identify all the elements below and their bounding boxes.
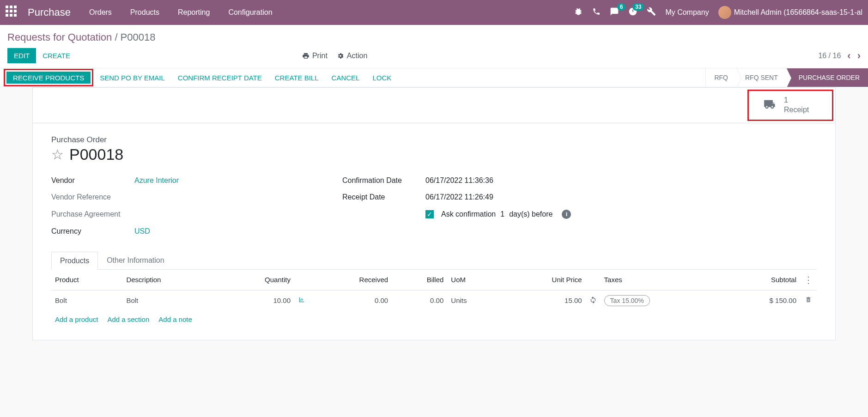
breadcrumb-parent[interactable]: Requests for Quotation — [7, 31, 112, 43]
info-icon[interactable]: i — [562, 210, 571, 219]
main-menu: Orders Products Reporting Configuration — [89, 8, 273, 17]
avatar — [718, 6, 731, 19]
cell-quantity: 10.00 — [219, 290, 294, 311]
stage-rfq-sent[interactable]: RFQ Sent — [736, 68, 786, 87]
add-note-link[interactable]: Add a note — [158, 315, 192, 323]
user-menu[interactable]: Mitchell Admin (16566864-saas-15-1-al — [718, 6, 862, 19]
ask-confirmation-checkbox[interactable]: ✓ — [425, 210, 434, 218]
cell-received: 0.00 — [309, 290, 392, 311]
th-description: Description — [122, 270, 219, 290]
th-unit-price: Unit Price — [500, 270, 586, 290]
send-po-button[interactable]: Send PO by Email — [93, 68, 171, 87]
breadcrumb: Requests for Quotation / P00018 — [7, 31, 861, 43]
bug-icon[interactable] — [574, 7, 583, 18]
lock-button[interactable]: Lock — [366, 68, 398, 87]
vendor-label: Vendor — [51, 176, 134, 185]
activity-badge: 33 — [632, 3, 644, 11]
refresh-price-icon[interactable] — [589, 297, 597, 305]
column-menu-icon[interactable]: ⋮ — [804, 275, 813, 285]
messaging-badge: 6 — [617, 3, 626, 11]
th-uom: UoM — [447, 270, 500, 290]
confirm-receipt-date-button[interactable]: Confirm Receipt Date — [171, 68, 268, 87]
priority-star[interactable]: ☆ — [51, 146, 64, 163]
receipt-date-label: Receipt Date — [342, 193, 425, 201]
receipt-date-value: 06/17/2022 11:26:49 — [425, 193, 493, 201]
add-section-link[interactable]: Add a section — [107, 315, 149, 323]
doc-type-label: Purchase Order — [51, 135, 817, 145]
cell-unit-price: 15.00 — [500, 290, 586, 311]
receipt-smart-button[interactable]: 1 Receipt — [749, 91, 832, 120]
ask-confirmation-days: 1 — [500, 210, 504, 218]
action-button[interactable]: Action — [337, 52, 367, 60]
create-button[interactable]: Create — [36, 48, 77, 63]
vendor-link[interactable]: Azure Interior — [134, 176, 179, 184]
edit-button[interactable]: Edit — [7, 48, 36, 63]
th-quantity: Quantity — [219, 270, 294, 290]
truck-icon — [763, 98, 777, 112]
purchase-agreement-label: Purchase Agreement — [51, 210, 134, 218]
table-row[interactable]: Bolt Bolt 10.00 0.00 0.00 Units 15.00 — [51, 290, 817, 311]
app-brand[interactable]: Purchase — [28, 6, 71, 18]
currency-link[interactable]: USD — [134, 227, 150, 235]
phone-icon[interactable] — [592, 7, 601, 18]
th-product: Product — [51, 270, 122, 290]
create-bill-button[interactable]: Create Bill — [268, 68, 325, 87]
ask-confirmation-label-a: Ask confirmation — [441, 210, 496, 218]
menu-products[interactable]: Products — [130, 8, 159, 17]
menu-configuration[interactable]: Configuration — [228, 8, 272, 17]
pager-count: 16 / 16 — [818, 52, 841, 60]
doc-title: P00018 — [69, 145, 123, 163]
th-taxes: Taxes — [601, 270, 722, 290]
menu-orders[interactable]: Orders — [89, 8, 112, 17]
pager-next[interactable]: › — [857, 50, 861, 62]
currency-label: Currency — [51, 227, 134, 236]
tools-icon[interactable] — [647, 7, 656, 18]
confirmation-date-value: 06/17/2022 11:36:36 — [425, 176, 493, 185]
activity-icon[interactable]: 33 — [628, 7, 637, 18]
ask-confirmation-label-b: day(s) before — [509, 210, 552, 218]
th-subtotal: Subtotal — [722, 270, 800, 290]
receipt-label: Receipt — [784, 105, 809, 115]
cell-billed: 0.00 — [392, 290, 447, 311]
th-billed: Billed — [392, 270, 447, 290]
receive-products-button[interactable]: Receive Products — [6, 72, 91, 84]
tab-other-information[interactable]: Other Information — [98, 251, 173, 269]
cancel-button[interactable]: Cancel — [325, 68, 366, 87]
cell-product: Bolt — [51, 290, 122, 311]
receipt-count: 1 — [784, 96, 809, 105]
pager-prev[interactable]: ‹ — [847, 50, 850, 62]
gear-icon — [337, 52, 344, 60]
tab-products[interactable]: Products — [51, 252, 98, 270]
cell-tax[interactable]: Tax 15.00% — [604, 295, 650, 306]
cell-subtotal: $ 150.00 — [722, 290, 800, 311]
cell-uom: Units — [447, 290, 500, 311]
menu-reporting[interactable]: Reporting — [178, 8, 210, 17]
add-product-link[interactable]: Add a product — [55, 315, 98, 323]
vendor-ref-label: Vendor Reference — [51, 193, 134, 201]
th-received: Received — [309, 270, 392, 290]
company-selector[interactable]: My Company — [665, 8, 709, 17]
print-button[interactable]: Print — [302, 52, 328, 60]
print-icon — [302, 52, 310, 60]
stage-purchase-order[interactable]: Purchase Order — [786, 68, 868, 87]
cell-description: Bolt — [122, 290, 219, 311]
confirmation-date-label: Confirmation Date — [342, 176, 425, 185]
breadcrumb-current: P00018 — [121, 31, 156, 43]
forecast-icon[interactable] — [298, 296, 305, 304]
apps-icon[interactable] — [6, 6, 19, 19]
stage-rfq[interactable]: RFQ — [705, 68, 736, 87]
delete-row-icon[interactable] — [805, 296, 812, 304]
user-name: Mitchell Admin (16566864-saas-15-1-al — [734, 8, 862, 17]
messaging-icon[interactable]: 6 — [610, 7, 619, 18]
